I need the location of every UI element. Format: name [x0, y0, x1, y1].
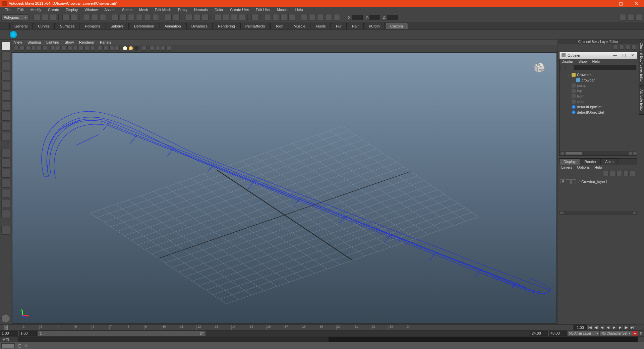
shelf-tab-subdivs[interactable]: Subdivs: [106, 23, 129, 29]
misc-icon-4[interactable]: [325, 14, 332, 21]
bottom-tab-1[interactable]: [1, 343, 15, 348]
shelf-tab-surfaces[interactable]: Surfaces: [55, 23, 79, 29]
sidebar-toggle-1-icon[interactable]: [619, 14, 626, 21]
play-fwd-icon[interactable]: ▶: [611, 325, 617, 330]
layout-icon-2[interactable]: [272, 14, 279, 21]
shelf-tab-painteffects[interactable]: PaintEffects: [240, 23, 270, 29]
play-start-icon[interactable]: |◀: [587, 325, 593, 330]
step-fwd-icon[interactable]: ▶: [617, 325, 623, 330]
outliner-item-crowbar[interactable]: crowbar: [562, 77, 635, 83]
panel-icon-11[interactable]: [73, 46, 78, 51]
panel-icon-14[interactable]: [90, 46, 95, 51]
menu-proxy[interactable]: Proxy: [175, 8, 191, 12]
shelf-tab-fluids[interactable]: Fluids: [311, 23, 331, 29]
panel-icon-23[interactable]: [167, 46, 171, 51]
menu-modify[interactable]: Modify: [27, 8, 45, 12]
outliner-menu-display[interactable]: Display: [562, 59, 574, 63]
panel-light-2[interactable]: [128, 46, 133, 51]
input-line-op1-icon[interactable]: [215, 14, 221, 21]
input-line-op2-icon[interactable]: [223, 14, 229, 21]
panel-icon-19[interactable]: [142, 46, 147, 51]
layer-scroll-left-icon[interactable]: [560, 211, 564, 215]
step-back-key-icon[interactable]: ◀|: [593, 325, 599, 330]
play-end-icon[interactable]: ▶|: [629, 325, 635, 330]
scroll-right2-icon[interactable]: [633, 151, 637, 155]
outliner-search-input[interactable]: [574, 65, 636, 70]
layout-four-icon[interactable]: [1, 159, 10, 168]
layout-icon-4[interactable]: [288, 14, 295, 21]
bottom-tab-close-icon[interactable]: ✕: [23, 343, 30, 348]
shelf-tab-polygons[interactable]: Polygons: [80, 23, 105, 29]
shelf-tab-deformation[interactable]: Deformation: [129, 23, 159, 29]
time-slider[interactable]: 1 12345678910111213141516171819202122232…: [0, 324, 644, 330]
channel-icon-3[interactable]: [625, 45, 630, 50]
script-editor-icon[interactable]: [638, 337, 644, 342]
panel-light-1[interactable]: [123, 46, 127, 51]
outliner-close-icon[interactable]: ✕: [628, 53, 637, 58]
snap-live-icon[interactable]: [144, 14, 151, 21]
layout-two-side-icon[interactable]: [1, 169, 10, 178]
scroll-right-icon[interactable]: [628, 151, 632, 155]
layer-row-crowbar_layer1[interactable]: V/Crowbar_layer1: [561, 179, 636, 185]
select-tool-icon[interactable]: [1, 42, 10, 50]
menu-edit[interactable]: Edit: [14, 8, 27, 12]
outliner-minimize-icon[interactable]: —: [611, 53, 620, 58]
edge-tab-channel-box[interactable]: Channel Box / Layer Editor: [639, 40, 644, 86]
undo-icon[interactable]: [62, 14, 69, 21]
panel-icon-3[interactable]: [25, 46, 30, 51]
panel-icon-12[interactable]: [79, 46, 83, 51]
scroll-left-icon[interactable]: [560, 151, 564, 155]
menu-select[interactable]: Select: [119, 8, 136, 12]
panel-icon-16[interactable]: [104, 46, 108, 51]
anim-end-field[interactable]: 48.00: [549, 331, 567, 336]
panel-light-3[interactable]: [134, 46, 139, 51]
panel-icon-8[interactable]: [56, 46, 61, 51]
select-hierarchy-icon[interactable]: [83, 14, 90, 21]
panel-icon-9[interactable]: [62, 46, 66, 51]
outliner-item-defaultlightset[interactable]: defaultLightSet: [562, 104, 635, 110]
panel-icon-7[interactable]: [50, 46, 55, 51]
outliner-scrollbar[interactable]: [560, 151, 637, 155]
channel-box-header[interactable]: Channel Box / Layer Editor: [558, 40, 639, 44]
menu-create-uvs[interactable]: Create UVs: [227, 8, 252, 12]
shelf-tab-dynamics[interactable]: Dynamics: [186, 23, 213, 29]
panel-menu-lighting[interactable]: Lighting: [46, 40, 59, 44]
render-frame-icon[interactable]: [186, 14, 192, 21]
anim-layer-dropdown[interactable]: No Anim Layer: [568, 331, 600, 336]
outliner-maximize-icon[interactable]: ▢: [620, 53, 628, 58]
autokey-icon[interactable]: ●: [632, 331, 638, 336]
menu-mesh[interactable]: Mesh: [136, 8, 152, 12]
layer-down-icon[interactable]: [617, 171, 622, 176]
shelf-tab-ncloth[interactable]: nCloth: [364, 23, 385, 29]
menu-color[interactable]: Color: [211, 8, 227, 12]
paint-select-tool-icon[interactable]: [1, 62, 10, 70]
range-slider[interactable]: 1.00 1.00 1 24 24.00 48.00 No Anim Layer…: [0, 330, 644, 336]
command-input[interactable]: [19, 337, 329, 342]
misc-icon-1[interactable]: [301, 14, 308, 21]
layer-tab-display[interactable]: Display: [559, 159, 580, 165]
menu-file[interactable]: File: [1, 8, 14, 12]
history-off-icon[interactable]: [173, 14, 180, 21]
shelf-tab-general[interactable]: General: [9, 23, 33, 29]
outliner-item-persp[interactable]: persp: [562, 83, 635, 88]
step-back-icon[interactable]: ◀: [599, 325, 605, 330]
layout-single-icon[interactable]: [1, 149, 10, 158]
minimize-button[interactable]: —: [598, 0, 613, 7]
layer-new-icon[interactable]: [623, 171, 629, 176]
help-tool-icon[interactable]: [1, 314, 10, 323]
snap-grid-icon[interactable]: [112, 14, 119, 21]
shelf-tab-animation[interactable]: Animation: [160, 23, 186, 29]
character-set-dropdown[interactable]: No Character Set: [600, 331, 632, 336]
outliner-item-defaultobjectset[interactable]: defaultObjectSet: [562, 110, 635, 115]
misc-icon-3[interactable]: [317, 14, 324, 21]
open-scene-icon[interactable]: [42, 14, 48, 21]
menu-create[interactable]: Create: [45, 8, 62, 12]
menu-muscle[interactable]: Muscle: [274, 8, 292, 12]
mode-selector[interactable]: Polygons: [1, 14, 28, 20]
panel-icon-1[interactable]: [14, 46, 19, 51]
snap-curve-icon[interactable]: [120, 14, 127, 21]
universal-manip-icon[interactable]: [1, 102, 10, 111]
panel-menu-show[interactable]: Show: [65, 40, 74, 44]
range-track[interactable]: 1 24: [38, 331, 530, 336]
channel-icon-4[interactable]: [631, 45, 636, 50]
